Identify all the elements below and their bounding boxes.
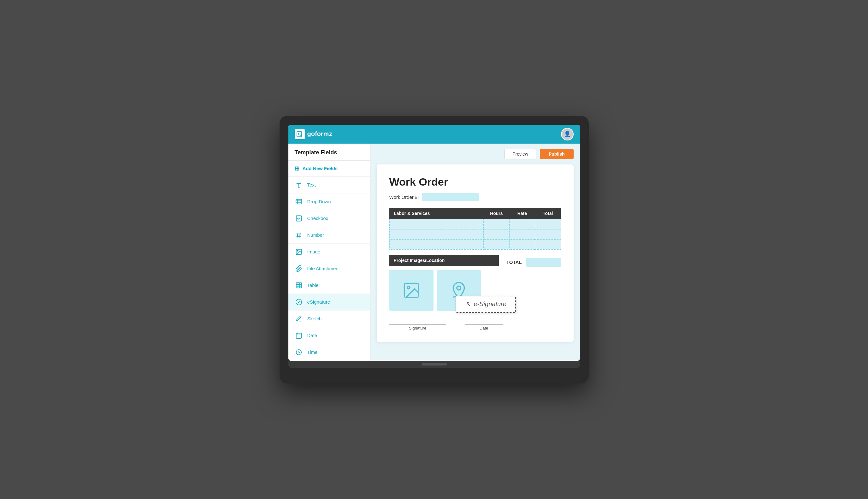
add-new-label: Add New Fields — [302, 166, 338, 171]
svg-line-12 — [297, 233, 298, 238]
work-order-input[interactable] — [422, 193, 479, 202]
sidebar-item-dropdown[interactable]: Drop Down — [288, 194, 370, 210]
total-section: TOTAL — [499, 255, 561, 267]
svg-point-15 — [297, 250, 298, 251]
esignature-label: eSignature — [307, 299, 330, 305]
laptop-frame: goformz 👤 Template Fields ⊞ Add New Fiel… — [280, 116, 589, 384]
svg-point-28 — [457, 286, 461, 290]
total-row: TOTAL — [506, 258, 561, 267]
app-name: goformz — [307, 130, 332, 138]
sidebar-item-date[interactable]: Date — [288, 327, 370, 344]
date-field: Date — [465, 324, 503, 330]
form-title: Work Order — [389, 176, 561, 188]
text-icon — [295, 181, 303, 189]
sidebar-item-checkbox[interactable]: Checkbox — [288, 210, 370, 227]
sidebar-item-sketch[interactable]: Sketch — [288, 311, 370, 327]
table-row — [389, 239, 561, 250]
project-section-header: Project Images/Location — [389, 255, 499, 266]
table-cell[interactable] — [535, 239, 561, 250]
svg-line-13 — [299, 233, 300, 238]
svg-rect-5 — [296, 199, 301, 204]
dropdown-icon — [295, 198, 303, 206]
date-label: Date — [480, 326, 488, 330]
cursor-icon: ↖ — [465, 300, 471, 308]
date-label: Date — [307, 333, 318, 338]
checkbox-label: Checkbox — [307, 216, 328, 221]
dropdown-label: Drop Down — [307, 199, 331, 204]
top-bar: goformz 👤 — [288, 125, 580, 144]
sidebar: Template Fields ⊞ Add New Fields Text — [288, 144, 370, 361]
esignature-icon — [295, 298, 303, 306]
user-avatar[interactable]: 👤 — [561, 128, 574, 141]
main-layout: Template Fields ⊞ Add New Fields Text — [288, 144, 580, 361]
table-cell[interactable] — [389, 239, 484, 250]
laptop-notch — [422, 363, 447, 365]
number-icon — [295, 231, 303, 239]
signature-area: Signature Date — [389, 321, 561, 330]
sidebar-item-time[interactable]: Time — [288, 344, 370, 361]
number-label: Number — [307, 232, 324, 238]
table-row — [389, 219, 561, 229]
sidebar-item-number[interactable]: Number — [288, 227, 370, 244]
file-attachment-label: File Attachment — [307, 266, 340, 271]
add-new-fields-button[interactable]: ⊞ Add New Fields — [288, 161, 370, 177]
total-label: TOTAL — [506, 259, 522, 265]
table-cell[interactable] — [509, 219, 535, 229]
form-paper: Work Order Work Order #: Labor & Service… — [377, 165, 574, 342]
add-new-icon: ⊞ — [295, 165, 299, 172]
table-cell[interactable] — [509, 239, 535, 250]
col-labor-services: Labor & Services — [389, 208, 484, 219]
col-total: Total — [535, 208, 561, 219]
table-cell[interactable] — [484, 219, 509, 229]
content-toolbar: Preview Publish — [377, 149, 574, 159]
table-cell[interactable] — [484, 239, 509, 250]
table-row — [389, 229, 561, 239]
image-label: Image — [307, 249, 321, 254]
table-cell[interactable] — [389, 219, 484, 229]
drag-tooltip-text: e-Signature — [474, 301, 506, 308]
sidebar-item-table[interactable]: Table — [288, 277, 370, 294]
signature-field: Signature — [389, 324, 446, 330]
col-rate: Rate — [509, 208, 535, 219]
sketch-label: Sketch — [307, 316, 322, 321]
image-placeholder-photo — [389, 270, 434, 311]
labor-table: Labor & Services Hours Rate Total — [389, 208, 561, 250]
logo-area: goformz — [295, 129, 332, 139]
table-cell[interactable] — [389, 229, 484, 239]
time-icon — [295, 348, 303, 356]
table-label: Table — [307, 282, 319, 288]
sidebar-item-image[interactable]: Image — [288, 244, 370, 260]
esignature-drag-tooltip: ↖ e-Signature — [456, 296, 516, 313]
table-cell[interactable] — [509, 229, 535, 239]
preview-button[interactable]: Preview — [505, 149, 536, 159]
laptop-screen: goformz 👤 Template Fields ⊞ Add New Fiel… — [288, 125, 580, 361]
work-order-row: Work Order #: — [389, 193, 561, 202]
text-label: Text — [307, 182, 316, 187]
svg-rect-16 — [296, 282, 301, 288]
image-icon — [295, 248, 303, 256]
sidebar-title: Template Fields — [288, 144, 370, 161]
checkbox-icon — [295, 214, 303, 222]
date-icon — [295, 331, 303, 340]
table-cell[interactable] — [535, 219, 561, 229]
sidebar-item-text[interactable]: Text — [288, 177, 370, 194]
date-line — [465, 324, 503, 325]
logo-icon — [295, 129, 305, 139]
table-cell[interactable] — [484, 229, 509, 239]
time-label: Time — [307, 349, 318, 355]
content-area: Preview Publish Work Order Work Order #: — [370, 144, 580, 361]
laptop-bottom — [288, 361, 580, 368]
svg-rect-21 — [296, 333, 301, 338]
sketch-icon — [295, 315, 303, 323]
publish-button[interactable]: Publish — [540, 149, 574, 159]
table-cell[interactable] — [535, 229, 561, 239]
work-order-label: Work Order #: — [389, 194, 419, 200]
signature-label: Signature — [409, 326, 426, 330]
table-icon — [295, 281, 303, 289]
svg-point-27 — [407, 286, 410, 289]
sidebar-item-file-attachment[interactable]: File Attachment — [288, 260, 370, 277]
signature-line — [389, 324, 446, 325]
file-attachment-icon — [295, 265, 303, 273]
total-input[interactable] — [526, 258, 561, 267]
sidebar-item-esignature[interactable]: eSignature — [288, 294, 370, 311]
